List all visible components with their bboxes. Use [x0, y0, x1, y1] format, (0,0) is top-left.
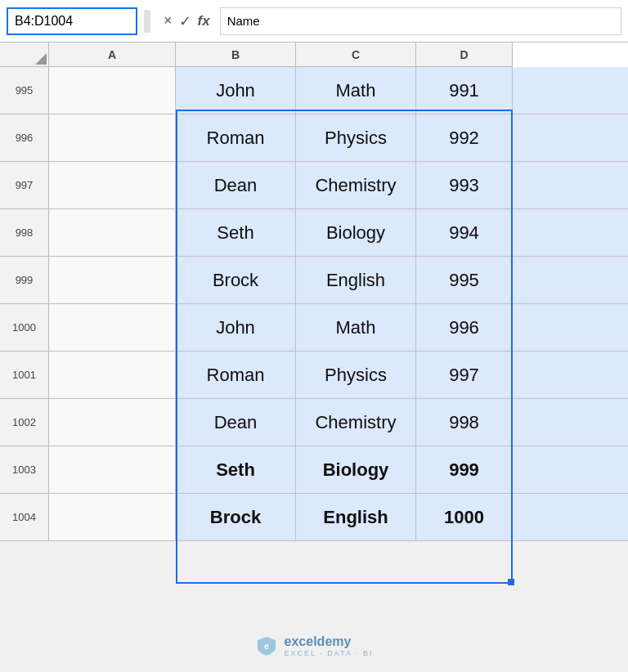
cell-c-1003[interactable]: Biology [296, 446, 416, 493]
table-row[interactable]: DeanChemistry998 [49, 399, 628, 446]
row-num-997: 997 [0, 162, 49, 209]
confirm-icon[interactable]: ✓ [179, 12, 191, 30]
corner-cell [0, 43, 49, 67]
branding-icon: e [255, 634, 278, 657]
row-num-1002: 1002 [0, 399, 49, 446]
data-area: JohnMath991RomanPhysics992DeanChemistry9… [49, 67, 628, 541]
branding-name: exceldemy [285, 634, 352, 649]
cell-c-1001[interactable]: Physics [296, 352, 416, 398]
row-num-995: 995 [0, 67, 49, 114]
col-header-a[interactable]: A [49, 43, 176, 66]
formula-input[interactable]: Name [220, 7, 621, 35]
branding: e exceldemy EXCEL · DATA · BI [0, 634, 628, 657]
cell-d-995[interactable]: 991 [416, 67, 513, 114]
table-row[interactable]: RomanPhysics997 [49, 352, 628, 399]
row-num-1001: 1001 [0, 352, 49, 399]
cancel-icon[interactable]: × [164, 12, 173, 29]
cell-b-1001[interactable]: Roman [176, 352, 296, 398]
col-header-b[interactable]: B [176, 43, 296, 66]
cell-a-995[interactable] [49, 67, 176, 114]
cell-c-998[interactable]: Biology [296, 209, 416, 256]
cell-d-1000[interactable]: 996 [416, 304, 513, 351]
formula-bar-divider [144, 10, 150, 33]
row-num-996: 996 [0, 114, 49, 162]
cell-b-998[interactable]: Seth [176, 209, 296, 256]
cell-c-996[interactable]: Physics [296, 114, 416, 161]
row-num-998: 998 [0, 209, 49, 257]
selection-handle [508, 579, 514, 585]
table-row[interactable]: BrockEnglish995 [49, 257, 628, 304]
cell-c-997[interactable]: Chemistry [296, 162, 416, 208]
cell-a-999[interactable] [49, 257, 176, 303]
cell-d-1002[interactable]: 998 [416, 399, 513, 446]
branding-text: exceldemy EXCEL · DATA · BI [285, 634, 374, 657]
row-num-1004: 1004 [0, 494, 49, 541]
cell-d-996[interactable]: 992 [416, 114, 513, 161]
cell-b-997[interactable]: Dean [176, 162, 296, 208]
col-header-c[interactable]: C [296, 43, 416, 66]
cell-d-999[interactable]: 995 [416, 257, 513, 303]
formula-value: Name [227, 14, 260, 28]
cell-c-1000[interactable]: Math [296, 304, 416, 351]
formula-bar-icons: × ✓ fx [164, 12, 210, 30]
cell-b-999[interactable]: Brock [176, 257, 296, 303]
cell-a-1004[interactable] [49, 494, 176, 540]
table-row[interactable]: DeanChemistry993 [49, 162, 628, 209]
cell-a-1003[interactable] [49, 446, 176, 493]
rows-container: 99599699799899910001001100210031004 John… [0, 67, 628, 541]
cell-c-1002[interactable]: Chemistry [296, 399, 416, 446]
cell-d-997[interactable]: 993 [416, 162, 513, 208]
table-row[interactable]: JohnMath991 [49, 67, 628, 114]
cell-c-995[interactable]: Math [296, 67, 416, 114]
row-numbers: 99599699799899910001001100210031004 [0, 67, 49, 541]
cell-c-999[interactable]: English [296, 257, 416, 303]
row-num-999: 999 [0, 257, 49, 304]
cell-b-996[interactable]: Roman [176, 114, 296, 161]
cell-d-1004[interactable]: 1000 [416, 494, 513, 540]
cell-a-1000[interactable] [49, 304, 176, 351]
name-box[interactable]: B4:D1004 [7, 7, 137, 35]
cell-a-998[interactable] [49, 209, 176, 256]
table-row[interactable]: RomanPhysics992 [49, 114, 628, 162]
table-row[interactable]: JohnMath996 [49, 304, 628, 352]
table-row[interactable]: BrockEnglish1000 [49, 494, 628, 541]
cell-a-996[interactable] [49, 114, 176, 161]
cell-d-1001[interactable]: 997 [416, 352, 513, 398]
cell-b-995[interactable]: John [176, 67, 296, 114]
svg-text:e: e [264, 642, 269, 651]
table-row[interactable]: SethBiology999 [49, 446, 628, 494]
table-row[interactable]: SethBiology994 [49, 209, 628, 257]
cell-a-1002[interactable] [49, 399, 176, 446]
cell-c-1004[interactable]: English [296, 494, 416, 540]
name-box-value: B4:D1004 [15, 14, 73, 29]
formula-bar: B4:D1004 × ✓ fx Name [0, 0, 628, 43]
cell-b-1002[interactable]: Dean [176, 399, 296, 446]
cell-d-998[interactable]: 994 [416, 209, 513, 256]
cell-d-1003[interactable]: 999 [416, 446, 513, 493]
spreadsheet: A B C D 99599699799899910001001100210031… [0, 43, 628, 541]
cell-a-1001[interactable] [49, 352, 176, 398]
row-num-1000: 1000 [0, 304, 49, 352]
column-headers: A B C D [49, 43, 513, 67]
cell-a-997[interactable] [49, 162, 176, 208]
cell-b-1004[interactable]: Brock [176, 494, 296, 540]
fx-icon[interactable]: fx [198, 13, 210, 29]
col-header-d[interactable]: D [416, 43, 513, 66]
cell-b-1000[interactable]: John [176, 304, 296, 351]
cell-b-1003[interactable]: Seth [176, 446, 296, 493]
row-num-1003: 1003 [0, 446, 49, 494]
branding-subtext: EXCEL · DATA · BI [285, 649, 374, 657]
